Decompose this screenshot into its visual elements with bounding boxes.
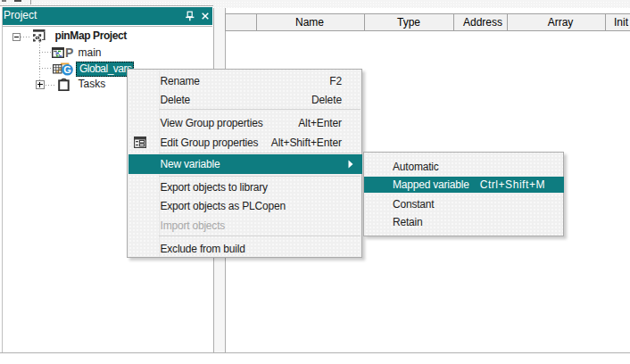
svg-text:G: G (63, 64, 71, 75)
